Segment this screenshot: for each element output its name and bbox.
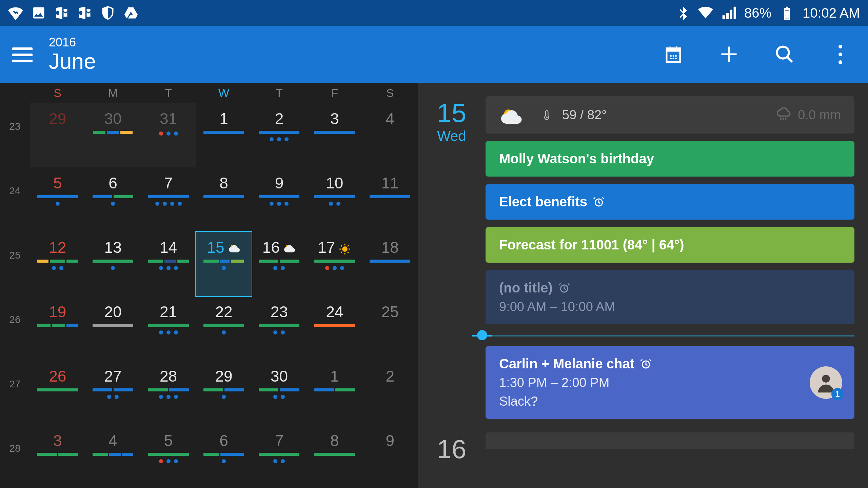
- day-cell[interactable]: 2: [362, 361, 418, 425]
- day-cell[interactable]: 2: [252, 103, 307, 167]
- overflow-button[interactable]: [830, 44, 850, 64]
- day-cell[interactable]: 26: [30, 361, 85, 425]
- day-cell[interactable]: 29: [196, 361, 251, 425]
- day-cell[interactable]: 9: [252, 167, 307, 232]
- svg-point-7: [777, 47, 789, 59]
- outlook-icon-2: [77, 5, 92, 20]
- title-month: June: [49, 50, 96, 72]
- day-cell[interactable]: 11: [362, 167, 418, 232]
- event-card[interactable]: Forecast for 11001 (84° | 64°): [486, 227, 854, 263]
- event-card[interactable]: Molly Watson's birthday: [486, 141, 854, 177]
- agenda-day-name: Wed: [418, 128, 486, 144]
- signal-icon: [721, 5, 736, 20]
- day-cell[interactable]: 20: [85, 296, 140, 361]
- day-cell[interactable]: 8: [307, 425, 362, 488]
- day-cell[interactable]: 13: [85, 232, 140, 296]
- day-cell[interactable]: 16: [252, 232, 307, 296]
- day-cell[interactable]: 31: [141, 103, 196, 167]
- dow-label: S: [362, 86, 418, 100]
- today-button[interactable]: [663, 44, 684, 64]
- week-number: 25: [0, 232, 30, 296]
- title-block[interactable]: 2016 June: [49, 36, 96, 72]
- wifi-icon: [698, 5, 713, 20]
- week-number: 24: [0, 167, 30, 232]
- event-card[interactable]: (no title) 9:00 AM – 10:00 AM: [486, 270, 854, 324]
- svg-point-16: [822, 374, 830, 382]
- svg-point-12: [546, 117, 548, 119]
- day-cell[interactable]: 4: [362, 103, 418, 167]
- day-cell[interactable]: 24: [307, 296, 362, 361]
- day-cell[interactable]: 10: [307, 167, 362, 232]
- day-cell[interactable]: 25: [362, 296, 418, 361]
- image-icon: [31, 5, 46, 20]
- day-cell[interactable]: 27: [85, 361, 140, 425]
- day-cell[interactable]: 15: [196, 232, 251, 296]
- dow-label: W: [196, 86, 251, 100]
- avatar: 1: [810, 366, 842, 399]
- title-year: 2016: [49, 36, 96, 48]
- day-cell[interactable]: 17: [307, 232, 362, 296]
- day-cell[interactable]: 6: [85, 167, 140, 232]
- svg-point-5: [673, 58, 674, 59]
- weather-temp: 59 / 82°: [562, 108, 607, 122]
- clock-time: 10:02 AM: [803, 5, 860, 21]
- svg-point-1: [670, 55, 672, 57]
- weather-card[interactable]: 59 / 82° 0.0 mm: [486, 96, 854, 134]
- day-cell[interactable]: 23: [252, 296, 307, 361]
- avatar-badge: 1: [831, 388, 844, 400]
- day-cell[interactable]: 8: [196, 167, 251, 232]
- event-title: (no title): [499, 280, 553, 296]
- drive-icon: [123, 5, 138, 20]
- day-cell[interactable]: 4: [85, 425, 140, 488]
- precip-icon: [776, 107, 791, 122]
- day-cell[interactable]: 14: [141, 232, 196, 296]
- day-cell[interactable]: 22: [196, 296, 251, 361]
- event-title: Carlin + Melanie chat: [499, 356, 634, 371]
- day-cell[interactable]: 30: [252, 361, 307, 425]
- alarm-icon: [593, 196, 605, 208]
- week-number: 28: [0, 425, 30, 488]
- event-card[interactable]: Carlin + Melanie chat 1:30 PM – 2:00 PMS…: [486, 346, 854, 419]
- status-bar: 86% 10:02 AM: [0, 0, 868, 26]
- svg-point-6: [675, 58, 677, 59]
- dow-label: M: [85, 86, 140, 100]
- search-button[interactable]: [774, 44, 795, 64]
- day-cell[interactable]: 28: [141, 361, 196, 425]
- week-number: 23: [0, 103, 30, 167]
- menu-button[interactable]: [12, 44, 33, 64]
- day-cell[interactable]: 6: [196, 425, 251, 488]
- day-cell[interactable]: 29: [30, 103, 85, 167]
- weather-icon: [499, 105, 524, 124]
- day-cell[interactable]: 3: [307, 103, 362, 167]
- agenda-next-peek[interactable]: [486, 432, 854, 449]
- bluetooth-icon: [675, 5, 690, 20]
- event-time: 9:00 AM – 10:00 AM: [499, 300, 841, 314]
- day-cell[interactable]: 30: [85, 103, 140, 167]
- event-title: Elect benefits: [499, 194, 587, 209]
- outlook-icon: [54, 5, 69, 20]
- day-cell[interactable]: 19: [30, 296, 85, 361]
- day-cell[interactable]: 18: [362, 232, 418, 296]
- day-cell[interactable]: 1: [196, 103, 251, 167]
- now-indicator: [472, 334, 854, 337]
- day-cell[interactable]: 3: [30, 425, 85, 488]
- svg-point-3: [675, 55, 677, 57]
- day-cell[interactable]: 7: [141, 167, 196, 232]
- day-cell[interactable]: 5: [30, 167, 85, 232]
- event-time: 1:30 PM – 2:00 PM: [499, 375, 841, 390]
- agenda-day-number: 15: [418, 100, 486, 126]
- battery-icon: [780, 5, 794, 20]
- battery-percent: 86%: [744, 5, 771, 21]
- svg-rect-0: [785, 11, 789, 19]
- add-button[interactable]: [719, 44, 739, 64]
- day-cell[interactable]: 7: [252, 425, 307, 488]
- day-cell[interactable]: 5: [141, 425, 196, 488]
- weather-mini-icon: [228, 241, 241, 254]
- day-cell[interactable]: 9: [362, 425, 418, 488]
- day-cell[interactable]: 21: [141, 296, 196, 361]
- day-cell[interactable]: 1: [307, 361, 362, 425]
- day-cell[interactable]: 12: [30, 232, 85, 296]
- weather-mini-icon: [283, 241, 296, 254]
- event-card[interactable]: Elect benefits: [486, 184, 854, 220]
- svg-point-2: [673, 55, 674, 57]
